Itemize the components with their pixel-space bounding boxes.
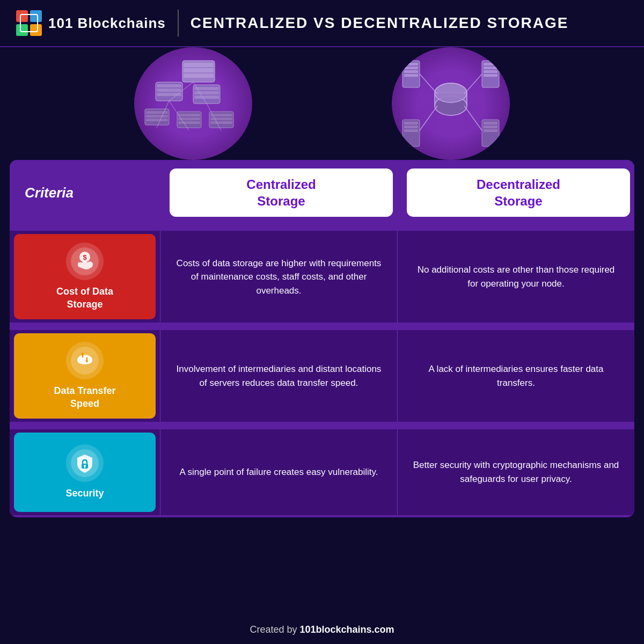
footer-website: 101blockchains.com xyxy=(299,624,394,635)
logo-text: 101 Blockchains xyxy=(48,15,166,32)
svg-rect-28 xyxy=(210,121,232,124)
svg-rect-27 xyxy=(210,118,232,120)
svg-rect-1 xyxy=(30,10,42,22)
svg-rect-22 xyxy=(178,114,200,116)
decentralized-storage-image xyxy=(392,47,510,160)
svg-rect-50 xyxy=(404,126,418,128)
speed-decentralized: A lack of intermediaries ensures faster … xyxy=(397,330,634,422)
svg-rect-11 xyxy=(157,89,181,92)
svg-rect-7 xyxy=(184,68,214,72)
security-decentralized: Better security with cryptographic mecha… xyxy=(397,429,634,515)
svg-rect-54 xyxy=(484,126,497,128)
svg-rect-46 xyxy=(484,70,497,73)
speed-icon xyxy=(66,342,104,379)
svg-rect-6 xyxy=(184,63,214,67)
svg-rect-51 xyxy=(404,129,418,132)
security-icon xyxy=(66,444,104,482)
svg-rect-15 xyxy=(194,91,219,94)
centralized-illustration xyxy=(140,55,247,152)
svg-rect-45 xyxy=(484,67,497,69)
cost-centralized: Costs of data storage are higher with re… xyxy=(160,231,397,323)
svg-rect-49 xyxy=(404,122,418,125)
row-speed: Data Transfer Speed Involvement of inter… xyxy=(10,330,634,422)
svg-rect-26 xyxy=(210,114,232,116)
criteria-security: Security xyxy=(14,433,156,512)
svg-line-58 xyxy=(420,106,437,130)
svg-rect-42 xyxy=(404,74,418,77)
images-section xyxy=(0,47,644,160)
decentralized-illustration xyxy=(397,55,504,152)
svg-rect-0 xyxy=(16,10,28,22)
row-security: Security A single point of failure creat… xyxy=(10,429,634,515)
svg-rect-2 xyxy=(16,24,28,36)
svg-rect-53 xyxy=(484,122,497,125)
comparison-table: Criteria CentralizedStorage Decentralize… xyxy=(10,160,634,517)
header-divider xyxy=(178,10,179,36)
speed-label: Data Transfer Speed xyxy=(54,385,115,410)
svg-rect-8 xyxy=(184,74,214,78)
svg-rect-3 xyxy=(30,24,42,36)
logo-area: 101 Blockchains xyxy=(16,10,166,36)
svg-rect-39 xyxy=(404,63,418,65)
svg-rect-10 xyxy=(157,84,181,87)
svg-rect-41 xyxy=(404,70,418,73)
header: 101 Blockchains CENTRALIZED VS DECENTRAL… xyxy=(0,0,644,47)
cost-decentralized: No additional costs are other than those… xyxy=(397,231,634,323)
decentralized-header: DecentralizedStorage xyxy=(407,169,630,217)
svg-line-56 xyxy=(420,74,437,94)
speed-centralized: Involvement of intermediaries and distan… xyxy=(160,330,397,422)
svg-rect-16 xyxy=(194,96,219,99)
svg-rect-74 xyxy=(84,466,85,468)
decentralized-header-label: DecentralizedStorage xyxy=(477,176,560,209)
cost-icon: $ xyxy=(66,243,104,280)
svg-line-57 xyxy=(464,74,482,94)
table-section: Criteria CentralizedStorage Decentralize… xyxy=(0,160,644,616)
svg-line-59 xyxy=(464,106,482,130)
security-centralized: A single point of failure creates easy v… xyxy=(160,429,397,515)
svg-rect-40 xyxy=(404,67,418,69)
svg-text:$: $ xyxy=(83,253,87,261)
row-cost: $ Cost of Data Storage Costs of data sto… xyxy=(10,231,634,323)
svg-rect-19 xyxy=(146,115,168,118)
svg-rect-20 xyxy=(146,119,168,121)
svg-rect-18 xyxy=(146,111,168,114)
logo-icon xyxy=(16,10,42,36)
cost-label: Cost of Data Storage xyxy=(56,286,113,311)
header-title: CENTRALIZED VS DECENTRALIZED STORAGE xyxy=(191,14,569,32)
footer: Created by 101blockchains.com xyxy=(0,616,644,644)
centralized-header: CentralizedStorage xyxy=(170,169,393,217)
security-label: Security xyxy=(65,487,104,500)
svg-rect-44 xyxy=(484,63,497,65)
svg-rect-55 xyxy=(484,129,497,132)
centralized-header-label: CentralizedStorage xyxy=(246,176,316,209)
svg-point-37 xyxy=(435,83,467,103)
column-headers: Criteria CentralizedStorage Decentralize… xyxy=(10,160,634,225)
criteria-cost: $ Cost of Data Storage xyxy=(14,234,156,319)
criteria-speed: Data Transfer Speed xyxy=(14,333,156,419)
centralized-storage-image xyxy=(134,47,252,160)
svg-rect-24 xyxy=(178,121,200,124)
criteria-header: Criteria xyxy=(10,169,160,217)
footer-created-by: Created by xyxy=(250,624,299,635)
svg-rect-47 xyxy=(484,74,497,77)
